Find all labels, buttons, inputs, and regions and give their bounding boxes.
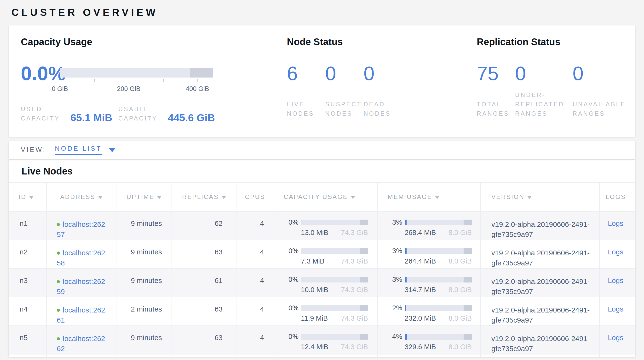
column-header-address[interactable]: ADDRESS (46, 183, 116, 212)
node-mem-usage-cell: 4% 329.6 MiB 8.0 GiB (378, 326, 480, 354)
live-nodes-value: 6 (287, 64, 325, 83)
node-address-cell: localhost:26259 (46, 269, 116, 297)
usable-capacity-value: 445.6 GiB (168, 112, 215, 123)
node-uptime-cell: 2 minutes (116, 297, 172, 326)
axis-tick (163, 79, 164, 82)
column-header-replicas[interactable]: REPLICAS (172, 183, 236, 212)
axis-label-0: 0 GiB (52, 85, 68, 93)
logs-link[interactable]: Logs (608, 334, 624, 341)
mem-mini-bar-reserved-segment (464, 277, 472, 282)
mem-mini-bar (405, 334, 472, 340)
capacity-used-value: 11.9 MiB (301, 314, 328, 322)
under-replicated-value: 0 (515, 64, 572, 83)
node-version-cell: v19.2.0-alpha.20190606-2491-gfe735c9a97 (480, 326, 600, 354)
table-row: n5 localhost:26262 9 minutes 63 4 0% 12.… (8, 326, 636, 354)
total-ranges-stat: 75 TOTAL RANGES (477, 64, 515, 118)
usable-capacity-label: USABLE CAPACITY (118, 104, 168, 123)
page-title: CLUSTER OVERVIEW (12, 7, 644, 18)
node-cpus-cell: 4 (236, 240, 274, 269)
node-capacity-usage-cell: 0% 7.3 MiB 74.3 GiB (274, 240, 378, 269)
column-header-cpus-label: CPUS (245, 193, 265, 200)
node-status-section: Node Status 6 LIVE NODES 0 SUSPECT NODES… (287, 37, 477, 137)
column-header-version[interactable]: VERSION (480, 183, 600, 212)
logs-link[interactable]: Logs (608, 248, 624, 256)
mem-mini-bar (405, 220, 472, 225)
capacity-axis: 0 GiB 200 GiB 400 GiB (60, 79, 213, 95)
live-nodes-table: ID ADDRESS UPTIME REPLICAS CPUS CAPACITY… (8, 182, 636, 357)
node-replicas-cell: 63 (172, 326, 236, 354)
column-header-mem-usage[interactable]: MEM USAGE (378, 183, 480, 212)
suspect-nodes-label: SUSPECT NODES (325, 100, 361, 118)
unavailable-ranges-stat: 0 UNAVAILABLE RANGES (572, 64, 636, 118)
dead-nodes-label: DEAD NODES (364, 100, 400, 118)
node-logs-cell: Logs (600, 326, 636, 354)
node-address-cell: localhost:26257 (46, 212, 116, 240)
capacity-mini-bar-reserved-segment (360, 248, 368, 254)
capacity-percent-label: 0% (285, 247, 298, 255)
capacity-used-value: 12.4 MiB (301, 343, 328, 351)
node-replicas-cell: 62 (172, 212, 236, 240)
mem-mini-bar (405, 277, 472, 282)
chevron-down-icon[interactable] (109, 148, 116, 152)
unavailable-ranges-value: 0 (572, 64, 636, 83)
capacity-percent-label: 0% (285, 276, 298, 283)
capacity-total-value: 74.3 GiB (341, 286, 368, 294)
mem-mini-bar-used-segment (405, 305, 406, 311)
capacity-usage-section: Capacity Usage 0.0% 0 GiB 200 GiB 400 Gi… (21, 37, 287, 137)
column-header-uptime[interactable]: UPTIME (116, 183, 172, 212)
mem-percent-label: 4% (389, 333, 402, 340)
column-header-cpus[interactable]: CPUS (236, 183, 274, 212)
sort-arrow-icon (98, 196, 102, 199)
node-id-cell: n3 (8, 269, 46, 297)
column-header-id[interactable]: ID (8, 183, 46, 212)
live-nodes-card: Live Nodes ID ADDRESS UPTIME REPLICAS CP… (8, 160, 636, 357)
used-capacity-label: USED CAPACITY (21, 104, 70, 123)
view-mode-dropdown[interactable]: NODE LIST (55, 145, 116, 155)
column-header-id-label: ID (19, 193, 26, 200)
column-header-logs-label: LOGS (606, 193, 626, 200)
node-address-link[interactable]: localhost:26257 (57, 220, 105, 238)
node-address-link[interactable]: localhost:26259 (57, 277, 105, 295)
mem-mini-bar-reserved-segment (464, 248, 472, 254)
node-address-cell: localhost:26261 (46, 297, 116, 326)
node-replicas-cell: 63 (172, 297, 236, 326)
sort-arrow-icon (527, 196, 532, 199)
column-header-mem-usage-label: MEM USAGE (388, 193, 432, 200)
logs-link[interactable]: Logs (608, 276, 624, 284)
mem-mini-bar-used-segment (405, 277, 406, 282)
mem-used-value: 264.4 MiB (405, 257, 436, 265)
mem-percent-label: 3% (389, 247, 402, 255)
node-address-link[interactable]: localhost:26261 (57, 306, 105, 324)
logs-link[interactable]: Logs (608, 219, 624, 227)
node-address-link[interactable]: localhost:26262 (57, 334, 105, 352)
view-label: VIEW: (21, 146, 46, 154)
logs-link[interactable]: Logs (608, 305, 624, 313)
capacity-bar-chart: 0 GiB 200 GiB 400 GiB (60, 64, 213, 95)
column-header-logs: LOGS (600, 183, 636, 212)
capacity-mini-bar-reserved-segment (360, 305, 368, 311)
column-header-replicas-label: REPLICAS (182, 193, 219, 200)
sort-arrow-icon (157, 196, 162, 199)
mem-used-value: 314.7 MiB (405, 286, 436, 294)
capacity-mini-bar (301, 334, 368, 340)
table-row: n4 localhost:26261 2 minutes 63 4 0% 11.… (8, 297, 636, 326)
column-header-capacity-usage[interactable]: CAPACITY USAGE (274, 183, 378, 212)
node-replicas-cell: 63 (172, 240, 236, 269)
dead-nodes-stat: 0 DEAD NODES (364, 64, 400, 118)
view-bar: VIEW: NODE LIST (8, 141, 636, 159)
node-version-cell: v19.2.0-alpha.20190606-2491-gfe735c9a97 (480, 297, 600, 326)
node-liveness-dot (57, 337, 60, 340)
node-address-link[interactable]: localhost:26258 (57, 249, 105, 267)
node-logs-cell: Logs (600, 240, 636, 269)
column-header-version-label: VERSION (492, 193, 524, 200)
table-row: n1 localhost:26257 9 minutes 62 4 0% 13.… (8, 212, 636, 240)
node-id-cell: n4 (8, 297, 46, 326)
axis-tick (60, 79, 60, 82)
view-mode-selected[interactable]: NODE LIST (55, 145, 102, 155)
node-replicas-cell: 61 (172, 269, 236, 297)
node-mem-usage-cell: 3% 268.4 MiB 8.0 GiB (378, 212, 480, 240)
node-version-cell: v19.2.0-alpha.20190606-2491-gfe735c9a97 (480, 212, 600, 240)
capacity-mini-bar-reserved-segment (360, 334, 368, 340)
capacity-used-value: 7.3 MiB (301, 257, 324, 265)
mem-total-value: 8.0 GiB (448, 286, 472, 294)
